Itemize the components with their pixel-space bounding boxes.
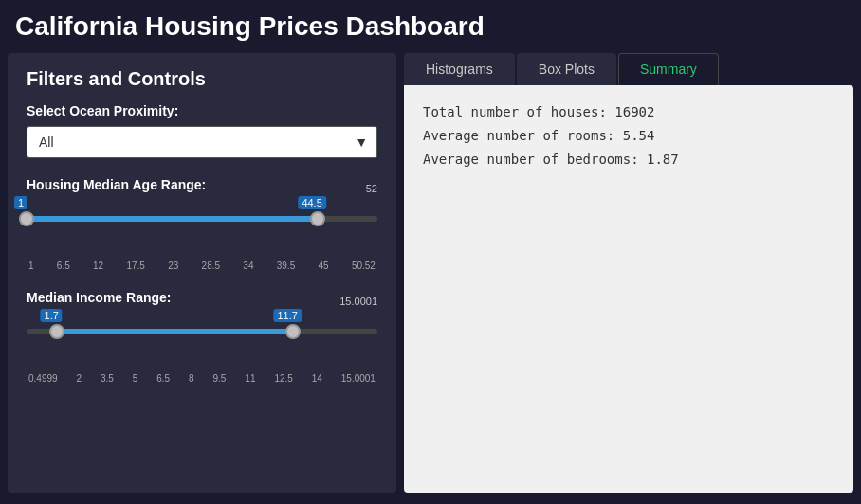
age-max-label: 52 bbox=[366, 183, 377, 194]
tabs-bar: Histograms Box Plots Summary bbox=[404, 53, 853, 85]
income-tick-3: 5 bbox=[133, 373, 138, 384]
age-tick-7: 39.5 bbox=[277, 261, 295, 271]
age-slider-fill bbox=[27, 216, 318, 222]
tab-box-plots[interactable]: Box Plots bbox=[517, 53, 616, 85]
stat-rooms: Average number of rooms: 5.54 bbox=[423, 124, 834, 148]
income-range-label: Median Income Range: bbox=[27, 290, 377, 305]
age-range-label: Housing Median Age Range: bbox=[27, 177, 377, 192]
age-tick-4: 23 bbox=[168, 261, 178, 271]
income-range-slider-container: 15.0001 1.7 11.7 bbox=[27, 313, 377, 351]
income-tick-10: 15.0001 bbox=[341, 373, 376, 384]
age-ticks: 1 6.5 12 17.5 23 28.5 34 39.5 45 50.52 bbox=[27, 261, 377, 271]
filters-panel: Filters and Controls Select Ocean Proxim… bbox=[8, 53, 396, 493]
tab-histograms[interactable]: Histograms bbox=[404, 53, 515, 85]
income-tick-7: 11 bbox=[245, 373, 255, 384]
income-tick-4: 6.5 bbox=[156, 373, 170, 384]
age-high-thumb[interactable]: 44.5 bbox=[310, 211, 325, 226]
income-low-thumb[interactable]: 1.7 bbox=[49, 324, 64, 339]
age-tick-8: 45 bbox=[319, 261, 329, 271]
income-slider-fill bbox=[57, 329, 293, 334]
income-high-label: 11.7 bbox=[273, 309, 301, 322]
filters-title: Filters and Controls bbox=[27, 68, 377, 90]
income-tick-6: 9.5 bbox=[213, 373, 227, 384]
stat-bedrooms: Average number of bedrooms: 1.87 bbox=[423, 148, 834, 171]
age-tick-0: 1 bbox=[28, 261, 34, 271]
income-tick-1: 2 bbox=[77, 373, 82, 384]
page-title: California Housing Prices Dashboard bbox=[0, 0, 861, 49]
age-tick-3: 17.5 bbox=[126, 261, 144, 271]
income-low-label: 1.7 bbox=[41, 309, 63, 322]
age-tick-2: 12 bbox=[93, 261, 103, 271]
income-tick-9: 14 bbox=[312, 373, 322, 384]
income-tick-8: 12.5 bbox=[274, 373, 292, 384]
tab-summary[interactable]: Summary bbox=[618, 53, 719, 85]
age-range-slider-container: 52 1 44.5 bbox=[27, 200, 377, 238]
age-low-label: 1 bbox=[14, 196, 27, 209]
income-tick-0: 0.4999 bbox=[28, 373, 58, 384]
age-tick-1: 6.5 bbox=[57, 261, 70, 271]
income-max-label: 15.0001 bbox=[339, 296, 377, 307]
age-range-section: Housing Median Age Range: 52 1 44.5 1 6.… bbox=[27, 177, 377, 271]
stat-houses: Total number of houses: 16902 bbox=[423, 100, 834, 124]
age-tick-9: 50.52 bbox=[352, 261, 376, 271]
age-high-label: 44.5 bbox=[298, 196, 325, 209]
income-ticks: 0.4999 2 3.5 5 6.5 8 9.5 11 12.5 14 15.0… bbox=[27, 373, 377, 384]
age-tick-6: 34 bbox=[243, 261, 253, 271]
right-panel: Histograms Box Plots Summary Total numbe… bbox=[404, 49, 861, 500]
ocean-proximity-dropdown-wrapper: All <1H OCEAN INLAND ISLAND NEAR BAY NEA… bbox=[27, 126, 377, 158]
income-high-thumb[interactable]: 11.7 bbox=[285, 324, 301, 339]
ocean-proximity-select[interactable]: All <1H OCEAN INLAND ISLAND NEAR BAY NEA… bbox=[27, 126, 377, 158]
income-range-section: Median Income Range: 15.0001 1.7 11.7 0.… bbox=[27, 290, 377, 384]
income-tick-2: 3.5 bbox=[101, 373, 114, 384]
age-low-thumb[interactable]: 1 bbox=[19, 211, 34, 226]
summary-content: Total number of houses: 16902 Average nu… bbox=[404, 85, 853, 493]
income-tick-5: 8 bbox=[189, 373, 194, 384]
age-tick-5: 28.5 bbox=[202, 261, 220, 271]
ocean-proximity-label: Select Ocean Proximity: bbox=[27, 103, 377, 118]
